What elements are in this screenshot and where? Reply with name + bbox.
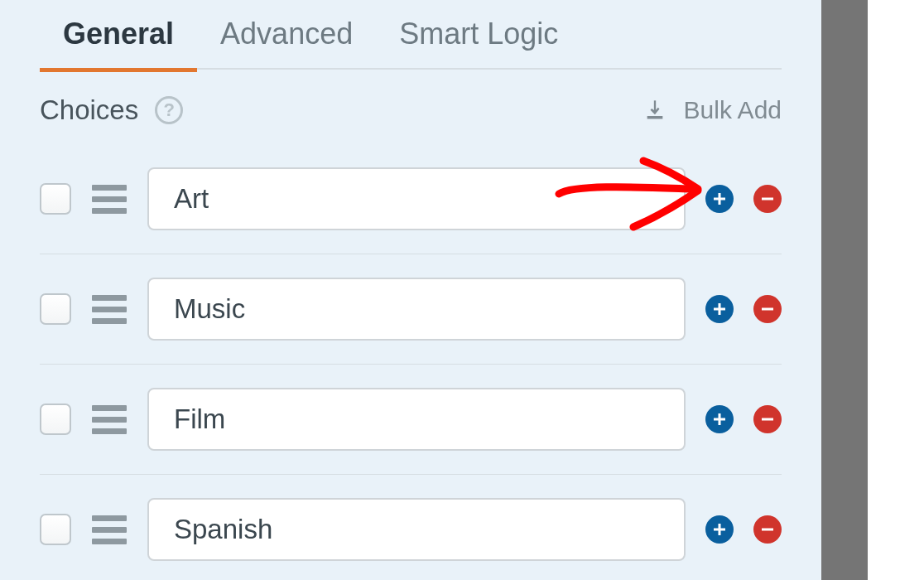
choice-default-checkbox[interactable] — [40, 514, 71, 545]
choice-row — [40, 475, 782, 580]
svg-rect-11 — [762, 529, 773, 531]
tab-advanced[interactable]: Advanced — [220, 17, 353, 68]
svg-rect-8 — [762, 418, 773, 421]
choice-row — [40, 254, 782, 365]
choice-input[interactable] — [147, 278, 686, 341]
tab-smart-logic[interactable]: Smart Logic — [399, 17, 558, 68]
choices-label-group: Choices ? — [40, 94, 183, 126]
choice-default-checkbox[interactable] — [40, 183, 71, 215]
drag-handle-icon[interactable] — [91, 405, 128, 434]
bulk-add-label: Bulk Add — [684, 96, 782, 124]
choices-header: Choices ? Bulk Add — [40, 70, 782, 144]
remove-choice-button[interactable] — [753, 515, 782, 544]
settings-panel: General Advanced Smart Logic Choices ? B… — [0, 0, 821, 580]
drag-handle-icon[interactable] — [91, 515, 128, 544]
drag-handle-icon[interactable] — [91, 185, 128, 214]
remove-choice-button[interactable] — [753, 405, 782, 433]
svg-rect-2 — [762, 198, 773, 201]
choice-default-checkbox[interactable] — [40, 293, 71, 325]
drag-handle-icon[interactable] — [91, 295, 128, 324]
choice-input[interactable] — [147, 167, 686, 230]
scrollbar-track[interactable] — [821, 0, 868, 580]
tab-general[interactable]: General — [63, 17, 174, 68]
choices-label: Choices — [40, 94, 138, 126]
bulk-add-button[interactable]: Bulk Add — [642, 96, 782, 124]
choice-default-checkbox[interactable] — [40, 404, 71, 435]
choice-input[interactable] — [147, 388, 686, 451]
tabs-bar: General Advanced Smart Logic — [40, 0, 782, 70]
svg-rect-4 — [714, 308, 725, 311]
svg-rect-7 — [714, 418, 725, 421]
add-choice-button[interactable] — [705, 515, 734, 544]
choice-row — [40, 365, 782, 475]
add-choice-button[interactable] — [705, 295, 734, 323]
help-icon[interactable]: ? — [155, 96, 183, 124]
choice-row — [40, 144, 782, 254]
download-icon — [642, 99, 667, 122]
remove-choice-button[interactable] — [753, 185, 782, 213]
svg-rect-1 — [714, 198, 725, 201]
add-choice-button[interactable] — [705, 185, 734, 213]
choice-input[interactable] — [147, 498, 686, 561]
remove-choice-button[interactable] — [753, 295, 782, 323]
svg-rect-5 — [762, 308, 773, 311]
svg-rect-10 — [714, 529, 725, 531]
add-choice-button[interactable] — [705, 405, 734, 433]
right-gutter — [868, 0, 924, 580]
